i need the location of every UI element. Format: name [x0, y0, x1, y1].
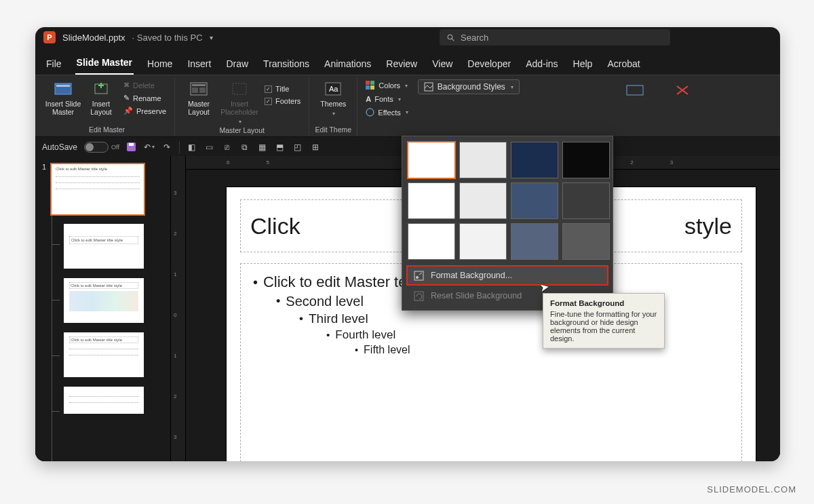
- background-styles-button[interactable]: Background Styles▾: [418, 79, 520, 94]
- slide-number: 1: [39, 163, 46, 171]
- tab-animations[interactable]: Animations: [323, 56, 372, 75]
- background-swatch-grid: [406, 140, 608, 261]
- svg-rect-14: [366, 81, 370, 85]
- layout-thumbnail[interactable]: Click to edit Master title style: [64, 278, 144, 323]
- preserve-button[interactable]: 📌Preserve: [121, 105, 169, 117]
- background-swatch[interactable]: [408, 182, 455, 219]
- close-icon: [673, 82, 692, 98]
- autosave-toggle[interactable]: [84, 142, 109, 153]
- undo-button[interactable]: ↶▾: [144, 142, 155, 153]
- qat-icon-6[interactable]: ⬒: [275, 142, 286, 153]
- svg-text:Aa: Aa: [329, 85, 338, 93]
- background-swatch[interactable]: [511, 142, 558, 178]
- insert-placeholder-button: Insert Placeholder▾: [221, 78, 258, 125]
- tab-view[interactable]: View: [431, 56, 454, 75]
- tree-connector: [52, 214, 52, 461]
- save-status: · Saved to this PC: [132, 33, 203, 43]
- background-swatch[interactable]: [562, 182, 610, 219]
- svg-rect-16: [366, 85, 370, 90]
- insert-slide-master-button[interactable]: Insert Slide Master: [45, 78, 81, 116]
- themes-button[interactable]: Aa Themes▾: [315, 78, 351, 117]
- rename-button[interactable]: ✎Rename: [121, 92, 169, 104]
- svg-rect-11: [233, 83, 246, 94]
- footers-checkbox[interactable]: ✓Footers: [262, 96, 303, 106]
- background-swatch[interactable]: [511, 223, 558, 260]
- chevron-down-icon[interactable]: ▾: [210, 34, 213, 41]
- format-background-icon: [413, 270, 424, 281]
- redo-button[interactable]: ↷: [161, 142, 172, 153]
- close-master-view-button[interactable]: [669, 79, 696, 98]
- delete-icon: ✖: [123, 81, 130, 90]
- master-layout-button[interactable]: Master Layout: [180, 78, 217, 116]
- insert-layout-icon: [92, 81, 111, 97]
- search-placeholder: Search: [461, 33, 488, 43]
- group-edit-theme: Aa Themes▾ Edit Theme: [309, 78, 357, 136]
- background-styles-dropdown: Format Background... Reset Slide Backgro…: [402, 136, 613, 311]
- slide-size-icon: [625, 82, 644, 98]
- tooltip-title: Format Background: [550, 299, 657, 307]
- layout-thumbnail[interactable]: Click to edit Master title style: [64, 224, 144, 269]
- slide-size-button[interactable]: [621, 79, 648, 98]
- svg-point-26: [416, 276, 419, 279]
- body-level-5: Fifth level: [364, 344, 410, 356]
- qat-icon-7[interactable]: ◰: [292, 142, 303, 153]
- tab-addins[interactable]: Add-ins: [524, 56, 559, 75]
- format-background-menu-item[interactable]: Format Background...: [406, 265, 608, 286]
- qat-icon-3[interactable]: ⎚: [222, 142, 233, 153]
- master-slide-thumbnail[interactable]: Click to edit Master title style: [50, 163, 145, 216]
- tooltip-body: Fine-tune the formatting for your backgr…: [550, 310, 657, 343]
- title-bar: SlideModel.pptx · Saved to this PC ▾ Sea…: [35, 27, 780, 47]
- save-button[interactable]: [126, 142, 137, 153]
- layout-thumbnail[interactable]: Click to edit Master title style: [64, 332, 144, 377]
- title-checkbox[interactable]: ✓Title: [262, 83, 303, 94]
- effects-button[interactable]: Effects▾: [363, 106, 410, 118]
- tab-slide-master[interactable]: Slide Master: [75, 54, 134, 75]
- tab-transitions[interactable]: Transitions: [262, 56, 311, 75]
- background-swatch[interactable]: [511, 182, 558, 219]
- app-window: SlideModel.pptx · Saved to this PC ▾ Sea…: [35, 27, 780, 461]
- background-swatch[interactable]: [459, 223, 507, 260]
- background-swatch[interactable]: [459, 182, 507, 219]
- group-edit-master: Insert Slide Master Insert Layout ✖Delet…: [39, 78, 175, 136]
- tab-review[interactable]: Review: [385, 56, 419, 75]
- background-swatch[interactable]: [408, 142, 455, 178]
- master-layout-icon: [189, 81, 208, 97]
- svg-point-18: [366, 109, 374, 116]
- insert-layout-button[interactable]: Insert Layout: [85, 78, 117, 116]
- background-swatch[interactable]: [408, 223, 455, 260]
- qat-icon-4[interactable]: ⧉: [239, 142, 250, 153]
- fonts-button[interactable]: AFonts▾: [363, 94, 410, 104]
- colors-icon: [366, 81, 375, 90]
- search-box[interactable]: Search: [440, 29, 670, 45]
- tab-acrobat[interactable]: Acrobat: [606, 56, 641, 75]
- checkbox-icon: ✓: [265, 85, 272, 93]
- effects-icon: [366, 108, 374, 117]
- body-level-2: Second level: [286, 294, 364, 309]
- tab-developer[interactable]: Developer: [466, 56, 512, 75]
- layout-thumbnail[interactable]: [64, 387, 144, 414]
- background-swatch[interactable]: [562, 142, 610, 178]
- tab-insert[interactable]: Insert: [186, 56, 212, 75]
- powerpoint-icon: [43, 31, 56, 43]
- reset-background-icon: [413, 290, 424, 301]
- search-icon: [446, 33, 455, 42]
- tab-home[interactable]: Home: [146, 56, 174, 75]
- slide-master-icon: [54, 81, 73, 97]
- autosave-label: AutoSave: [42, 142, 77, 152]
- svg-rect-25: [414, 271, 423, 280]
- tab-file[interactable]: File: [45, 56, 63, 75]
- qat-icon-2[interactable]: ▭: [204, 142, 215, 153]
- autosave-state: Off: [111, 144, 119, 151]
- colors-button[interactable]: Colors▾: [363, 79, 410, 92]
- background-swatch[interactable]: [459, 142, 507, 178]
- qat-icon-8[interactable]: ⊞: [310, 142, 321, 153]
- qat-icon-1[interactable]: ◧: [187, 142, 197, 153]
- qat-icon-5[interactable]: ▦: [257, 142, 268, 153]
- svg-rect-17: [370, 85, 374, 90]
- tab-help[interactable]: Help: [572, 56, 594, 75]
- svg-rect-9: [192, 88, 198, 93]
- background-swatch[interactable]: [562, 223, 610, 260]
- themes-icon: Aa: [324, 81, 343, 97]
- tab-draw[interactable]: Draw: [225, 56, 250, 75]
- slide-thumbnail-pane[interactable]: 1 Click to edit Master title style Click…: [35, 156, 171, 461]
